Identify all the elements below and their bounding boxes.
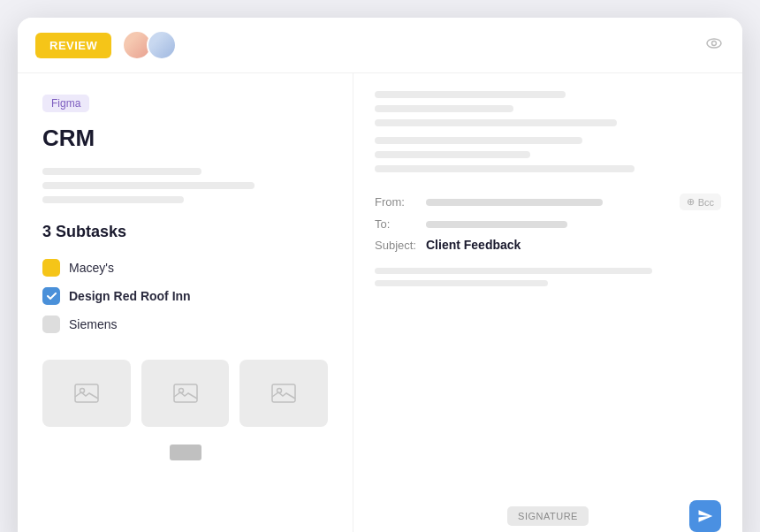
rtp-block-1: [375, 91, 566, 98]
subtask-item-siemens[interactable]: Siemens: [42, 310, 328, 338]
project-title: CRM: [42, 125, 328, 152]
svg-rect-6: [272, 384, 295, 402]
bcc-label: Bcc: [698, 197, 714, 208]
subtask-label-red-roof-inn: Design Red Roof Inn: [69, 289, 191, 303]
email-subject-row: Subject: Client Feedback: [375, 238, 721, 252]
placeholder-line-1: [42, 168, 201, 175]
thumbnail-2: [141, 360, 230, 427]
rtp-row-1: [375, 91, 721, 98]
app-window: REVIEW Figma CRM: [18, 18, 742, 532]
page-button[interactable]: [170, 445, 201, 460]
email-from-label: From:: [375, 195, 419, 209]
page-indicator: [42, 445, 328, 460]
rtp-row-2: [375, 105, 721, 112]
subtask-checkbox-siemens: [42, 315, 60, 333]
email-subject-label: Subject:: [375, 239, 419, 252]
placeholder-lines-top: [42, 168, 328, 203]
email-to-label: To:: [375, 217, 419, 231]
rtp-block-5: [375, 151, 530, 158]
left-panel: Figma CRM 3 Subtasks Macey's: [18, 73, 353, 532]
svg-rect-2: [75, 384, 98, 402]
email-subject-value: Client Feedback: [426, 238, 521, 252]
rtp-block-6: [375, 165, 635, 172]
subtasks-heading: 3 Subtasks: [42, 223, 328, 241]
thumbnail-1: [42, 360, 131, 427]
svg-point-0: [707, 39, 721, 48]
email-section: From: ⊕ Bcc To: Subject: Client Feedback: [375, 194, 721, 490]
subtask-checkbox-maceys: [42, 259, 60, 277]
eye-icon: [703, 33, 725, 54]
email-body-lines: [375, 268, 721, 286]
main-content: Figma CRM 3 Subtasks Macey's: [18, 73, 742, 532]
right-bottom: SIGNATURE: [375, 490, 721, 532]
email-body-line-1: [375, 268, 652, 274]
eye-icon-container[interactable]: [703, 33, 725, 57]
avatar-2-img: [148, 32, 175, 58]
thumbnail-row: [42, 360, 328, 427]
tag-badge: Figma: [42, 95, 89, 112]
placeholder-line-3: [42, 196, 184, 203]
email-from-value: [426, 199, 603, 206]
right-panel: From: ⊕ Bcc To: Subject: Client Feedback: [353, 73, 742, 532]
review-button[interactable]: REVIEW: [35, 33, 111, 58]
rtp-row-3: [375, 119, 721, 126]
rtp-block-2: [375, 105, 513, 112]
rtp-block-4: [375, 137, 582, 144]
subtask-item-maceys[interactable]: Macey's: [42, 254, 328, 282]
email-bcc-action[interactable]: ⊕ Bcc: [680, 194, 721, 210]
send-icon: [697, 508, 713, 524]
subtask-list: Macey's Design Red Roof Inn Siemens: [42, 254, 328, 338]
signature-button[interactable]: SIGNATURE: [507, 506, 589, 526]
subtask-label-maceys: Macey's: [69, 261, 114, 275]
subtask-label-siemens: Siemens: [69, 317, 117, 331]
rtp-block-3: [375, 119, 617, 126]
email-body-line-2: [375, 280, 548, 286]
bcc-icon: ⊕: [687, 196, 695, 208]
right-top-placeholders: [375, 91, 721, 172]
svg-rect-4: [174, 384, 197, 402]
subtask-item-red-roof-inn[interactable]: Design Red Roof Inn: [42, 282, 328, 310]
placeholder-line-2: [42, 182, 255, 189]
subtask-checkbox-red-roof-inn: [42, 287, 60, 305]
topbar-left: REVIEW: [35, 30, 177, 60]
thumbnail-3: [239, 360, 328, 427]
topbar: REVIEW: [18, 18, 742, 73]
email-to-row: To:: [375, 217, 721, 231]
email-to-value: [426, 221, 567, 228]
svg-point-1: [712, 42, 717, 46]
send-button[interactable]: [689, 500, 721, 532]
avatars: [122, 30, 177, 60]
email-from-row: From: ⊕ Bcc: [375, 194, 721, 210]
avatar-2: [147, 30, 177, 60]
